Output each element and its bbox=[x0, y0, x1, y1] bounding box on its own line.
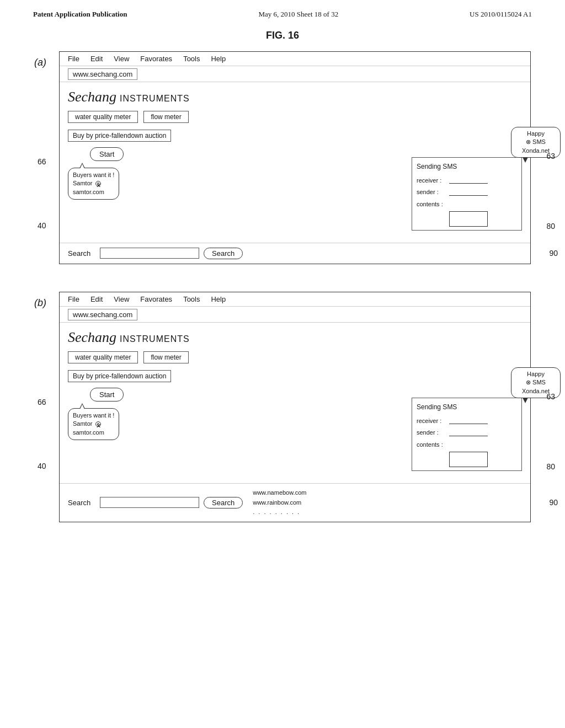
diagram-a-label: (a) bbox=[34, 57, 54, 68]
header-center: May 6, 2010 Sheet 18 of 32 bbox=[258, 10, 338, 19]
bubble-line1-b: Buyers want it ! bbox=[73, 412, 114, 419]
menu-favorates-b[interactable]: Favorates bbox=[140, 295, 172, 303]
diagrams-container: (a) File Edit View Favorates Tools Help … bbox=[0, 51, 565, 522]
page-header: Patent Application Publication May 6, 20… bbox=[0, 0, 565, 24]
sms-title-b: Sending SMS bbox=[417, 402, 517, 414]
bubble-line2-b: Samtor bbox=[73, 420, 92, 427]
search-input-a[interactable] bbox=[100, 248, 199, 259]
suggestion1: www.namebow.com bbox=[253, 488, 306, 498]
sms-sender-label-a: sender : bbox=[417, 187, 447, 198]
sms-contents-label-a: contents : bbox=[417, 199, 447, 210]
auction-label-b: Buy by price-fallendown auction bbox=[68, 370, 171, 382]
speech-bubble-a: Buyers want it ! Samtor ✕ samtor.com bbox=[68, 168, 119, 200]
product-tabs-b: water quality meter flow meter bbox=[68, 351, 522, 363]
sms-receiver-label-a: receiver : bbox=[417, 175, 447, 186]
search-button-a[interactable]: Search bbox=[204, 248, 243, 259]
search-input-b[interactable] bbox=[100, 497, 199, 508]
start-button-b[interactable]: Start bbox=[90, 388, 124, 402]
address-bar-a[interactable]: www.sechang.com bbox=[68, 68, 137, 80]
diagram-b-label: (b) bbox=[34, 297, 54, 309]
sms-contents-label-b: contents : bbox=[417, 440, 447, 451]
sms-contents-input-b[interactable] bbox=[449, 452, 488, 467]
suggestion-dots: . . . . . . . . . bbox=[253, 507, 306, 517]
happy-line2-a: ⊗ SMS bbox=[516, 138, 556, 146]
sms-sender-input-b[interactable] bbox=[449, 430, 488, 436]
ref-66-a: 66 bbox=[38, 157, 46, 166]
sms-contents-input-a[interactable] bbox=[449, 211, 488, 227]
left-panel-b: Buy by price-fallendown auction Start Bu… bbox=[68, 370, 406, 471]
menu-edit-b[interactable]: Edit bbox=[90, 295, 103, 303]
browser-window-a: File Edit View Favorates Tools Help www.… bbox=[59, 51, 531, 264]
bubble-line3-a: samtor.com bbox=[73, 189, 104, 195]
sms-title-a: Sending SMS bbox=[417, 161, 517, 173]
start-button-a[interactable]: Start bbox=[90, 147, 124, 161]
menu-favorates-a[interactable]: Favorates bbox=[140, 55, 172, 63]
menu-tools-b[interactable]: Tools bbox=[183, 295, 200, 303]
happy-line1-b: Happy bbox=[516, 370, 556, 378]
tab-water-quality-a[interactable]: water quality meter bbox=[68, 111, 138, 123]
browser-window-b: File Edit View Favorates Tools Help www.… bbox=[59, 292, 531, 522]
content-area-a: Buy by price-fallendown auction Start Bu… bbox=[68, 130, 522, 231]
search-button-b[interactable]: Search bbox=[204, 497, 243, 508]
site-title-b: Sechang INSTRUMENTS bbox=[68, 329, 522, 346]
ref-90-a: 90 bbox=[549, 249, 558, 258]
menu-view-a[interactable]: View bbox=[114, 55, 129, 63]
menu-file-b[interactable]: File bbox=[68, 295, 79, 303]
menu-tools-a[interactable]: Tools bbox=[183, 55, 200, 63]
menu-help-a[interactable]: Help bbox=[211, 55, 226, 63]
bubble-line2-a: Samtor bbox=[73, 180, 92, 186]
auction-label-a: Buy by price-fallendown auction bbox=[68, 130, 171, 142]
sms-sender-input-a[interactable] bbox=[449, 189, 488, 196]
bubble-line1-a: Buyers want it ! bbox=[73, 172, 114, 178]
site-title-a: Sechang INSTRUMENTS bbox=[68, 89, 522, 105]
sms-sender-row-a: sender : bbox=[417, 187, 517, 198]
content-area-b: Buy by price-fallendown auction Start Bu… bbox=[68, 370, 522, 471]
site-title-sub-b: INSTRUMENTS bbox=[120, 334, 190, 344]
menu-help-b[interactable]: Help bbox=[211, 295, 226, 303]
right-panel-a: Happy ⊗ SMS Xonda.net 63 Sending SMS rec… bbox=[412, 130, 522, 231]
ref-80-a: 80 bbox=[546, 222, 555, 231]
sms-receiver-row-a: receiver : bbox=[417, 175, 517, 186]
site-title-sub-a: INSTRUMENTS bbox=[120, 94, 190, 104]
samtor-icon-a: ✕ bbox=[95, 181, 101, 186]
happy-line2-b: ⊗ SMS bbox=[516, 378, 556, 387]
menu-edit-a[interactable]: Edit bbox=[90, 55, 103, 63]
browser-content-b: Sechang INSTRUMENTS water quality meter … bbox=[60, 323, 530, 483]
product-tabs-a: water quality meter flow meter bbox=[68, 111, 522, 123]
ref-40-a: 40 bbox=[38, 221, 46, 231]
ref-40-b: 40 bbox=[38, 461, 46, 471]
search-label-b: Search bbox=[68, 499, 95, 507]
search-label-a: Search bbox=[68, 249, 95, 258]
sms-receiver-label-b: receiver : bbox=[417, 416, 447, 427]
tab-water-quality-b[interactable]: water quality meter bbox=[68, 351, 138, 363]
tab-flow-meter-b[interactable]: flow meter bbox=[143, 351, 188, 363]
menu-view-b[interactable]: View bbox=[114, 295, 129, 303]
suggestions-b: www.namebow.com www.rainbow.com . . . . … bbox=[253, 488, 306, 517]
samtor-icon-b: ✕ bbox=[95, 421, 101, 427]
tab-flow-meter-a[interactable]: flow meter bbox=[143, 111, 188, 123]
menu-file-a[interactable]: File bbox=[68, 55, 79, 63]
address-bar-row-b: www.sechang.com bbox=[60, 307, 530, 323]
ref-63-b: 63 bbox=[546, 392, 555, 401]
ref-labels-left-a: 66 bbox=[38, 130, 46, 166]
browser-content-a: Sechang INSTRUMENTS water quality meter … bbox=[60, 82, 530, 243]
address-bar-b[interactable]: www.sechang.com bbox=[68, 309, 137, 320]
search-row-a: Search Search 90 bbox=[60, 243, 530, 264]
ref-90-b: 90 bbox=[549, 498, 558, 507]
sms-box-b: Sending SMS receiver : sender : contents… bbox=[412, 398, 522, 471]
menu-bar-a: File Edit View Favorates Tools Help bbox=[60, 52, 530, 66]
diagram-b-row: (b) File Edit View Favorates Tools Help … bbox=[34, 292, 531, 522]
header-right: US 2010/0115024 A1 bbox=[470, 10, 532, 19]
suggestion2: www.rainbow.com bbox=[253, 498, 306, 508]
sms-receiver-row-b: receiver : bbox=[417, 416, 517, 427]
site-title-main-a: Sechang bbox=[68, 89, 116, 105]
bubble-line3-b: samtor.com bbox=[73, 429, 104, 436]
sms-sender-label-b: sender : bbox=[417, 427, 447, 438]
diagram-a-row: (a) File Edit View Favorates Tools Help … bbox=[34, 51, 531, 264]
site-title-main-b: Sechang bbox=[68, 329, 116, 346]
right-panel-b: Happy ⊗ SMS Xonda.net 63 Sending SMS rec… bbox=[412, 370, 522, 471]
left-panel-a: Buy by price-fallendown auction Start Bu… bbox=[68, 130, 406, 231]
sms-receiver-input-b[interactable] bbox=[449, 417, 488, 424]
sms-sender-row-b: sender : bbox=[417, 427, 517, 438]
sms-receiver-input-a[interactable] bbox=[449, 177, 488, 184]
